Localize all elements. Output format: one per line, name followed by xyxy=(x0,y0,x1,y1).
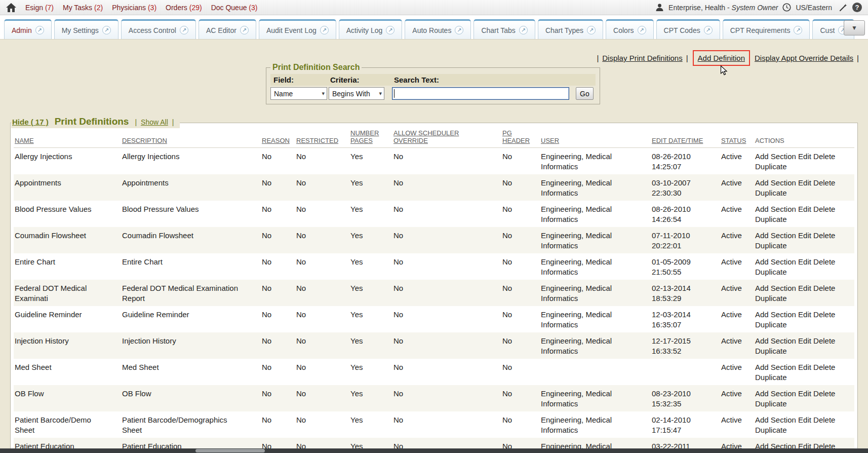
column-header-edit-date-time[interactable]: EDIT DATE/TIME xyxy=(651,123,720,147)
nav-item-doc-queue[interactable]: Doc Queue (3) xyxy=(211,4,258,12)
tab-overflow-button[interactable]: ▼ xyxy=(844,20,865,35)
tab-ac-editor[interactable]: AC Editor↗ xyxy=(199,19,256,39)
popout-icon[interactable]: ↗ xyxy=(320,26,329,34)
criteria-select[interactable]: Begins With ▾ xyxy=(329,87,384,100)
add-definition-link[interactable]: Add Definition xyxy=(698,54,745,62)
timezone-label[interactable]: US/Eastern xyxy=(796,4,832,12)
display-appt-override-link[interactable]: Display Appt Override Details xyxy=(755,54,853,62)
action-delete-link[interactable]: Delete xyxy=(813,389,835,398)
tab-activity-log[interactable]: Activity Log↗ xyxy=(339,19,403,39)
nav-item-physicians[interactable]: Physicians (3) xyxy=(112,4,156,12)
action-delete-link[interactable]: Delete xyxy=(813,205,835,213)
popout-icon[interactable]: ↗ xyxy=(35,26,44,34)
hide-link[interactable]: Hide ( 17 ) xyxy=(12,118,49,126)
popout-icon[interactable]: ↗ xyxy=(455,26,463,34)
cell-actions: Add Section Edit Delete Duplicate xyxy=(754,147,854,174)
popout-icon[interactable]: ↗ xyxy=(240,26,249,34)
action-duplicate-link[interactable]: Duplicate xyxy=(755,373,787,382)
tab-audit-event-log[interactable]: Audit Event Log↗ xyxy=(259,19,336,39)
display-print-definitions-link[interactable]: Display Print Definitions xyxy=(602,54,682,62)
action-edit-link[interactable]: Edit xyxy=(798,205,811,213)
popout-icon[interactable]: ↗ xyxy=(587,26,596,34)
action-duplicate-link[interactable]: Duplicate xyxy=(755,188,787,197)
popout-icon[interactable]: ↗ xyxy=(794,26,802,34)
tab-cpt-codes[interactable]: CPT Codes↗ xyxy=(656,19,720,39)
action-delete-link[interactable]: Delete xyxy=(813,178,835,187)
action-delete-link[interactable]: Delete xyxy=(813,152,835,161)
action-edit-link[interactable]: Edit xyxy=(798,336,811,345)
action-delete-link[interactable]: Delete xyxy=(813,336,835,345)
action-add-section-link[interactable]: Add Section xyxy=(755,152,796,161)
column-header-status[interactable]: STATUS xyxy=(720,123,754,147)
nav-item-esign[interactable]: Esign (7) xyxy=(25,4,54,12)
action-duplicate-link[interactable]: Duplicate xyxy=(755,241,787,250)
tab-my-settings[interactable]: My Settings↗ xyxy=(54,19,119,39)
action-edit-link[interactable]: Edit xyxy=(798,178,811,187)
wand-icon[interactable] xyxy=(839,3,848,12)
popout-icon[interactable]: ↗ xyxy=(704,26,713,34)
action-add-section-link[interactable]: Add Section xyxy=(755,336,796,345)
action-edit-link[interactable]: Edit xyxy=(798,257,811,266)
action-duplicate-link[interactable]: Duplicate xyxy=(755,268,787,276)
column-header-pg-header[interactable]: PG HEADER xyxy=(501,123,540,147)
tab-colors[interactable]: Colors↗ xyxy=(606,19,653,39)
action-delete-link[interactable]: Delete xyxy=(813,363,835,371)
action-duplicate-link[interactable]: Duplicate xyxy=(755,347,787,355)
action-add-section-link[interactable]: Add Section xyxy=(755,310,796,319)
action-edit-link[interactable]: Edit xyxy=(798,152,811,161)
action-edit-link[interactable]: Edit xyxy=(798,389,811,398)
action-add-section-link[interactable]: Add Section xyxy=(755,363,796,371)
action-add-section-link[interactable]: Add Section xyxy=(755,416,796,424)
action-edit-link[interactable]: Edit xyxy=(798,363,811,371)
popout-icon[interactable]: ↗ xyxy=(386,26,394,34)
action-duplicate-link[interactable]: Duplicate xyxy=(755,320,787,329)
home-icon[interactable] xyxy=(6,3,16,12)
action-delete-link[interactable]: Delete xyxy=(813,231,835,240)
clock-icon[interactable] xyxy=(782,3,791,12)
popout-icon[interactable]: ↗ xyxy=(519,26,528,34)
action-edit-link[interactable]: Edit xyxy=(798,416,811,424)
action-duplicate-link[interactable]: Duplicate xyxy=(755,162,787,171)
action-delete-link[interactable]: Delete xyxy=(813,284,835,292)
help-icon[interactable]: ? xyxy=(852,3,862,12)
action-duplicate-link[interactable]: Duplicate xyxy=(755,215,787,223)
action-delete-link[interactable]: Delete xyxy=(813,416,835,424)
action-add-section-link[interactable]: Add Section xyxy=(755,178,796,187)
field-select[interactable]: Name ▾ xyxy=(270,87,327,100)
action-duplicate-link[interactable]: Duplicate xyxy=(755,399,787,408)
tab-chart-types[interactable]: Chart Types↗ xyxy=(538,19,603,39)
action-add-section-link[interactable]: Add Section xyxy=(755,389,796,398)
tab-access-control[interactable]: Access Control↗ xyxy=(121,19,196,39)
go-button[interactable]: Go xyxy=(576,87,594,100)
popout-icon[interactable]: ↗ xyxy=(638,26,646,34)
tab-auto-routes[interactable]: Auto Routes↗ xyxy=(405,19,471,39)
tab-cpt-requirements[interactable]: CPT Requirements↗ xyxy=(723,19,810,39)
cell-number-pages: Yes xyxy=(349,227,392,253)
action-add-section-link[interactable]: Add Section xyxy=(755,205,796,213)
action-duplicate-link[interactable]: Duplicate xyxy=(755,294,787,303)
column-header-reason[interactable]: REASON xyxy=(261,123,295,147)
nav-item-my-tasks[interactable]: My Tasks (2) xyxy=(63,4,103,12)
tab-chart-tabs[interactable]: Chart Tabs↗ xyxy=(474,19,535,39)
action-add-section-link[interactable]: Add Section xyxy=(755,257,796,266)
action-add-section-link[interactable]: Add Section xyxy=(755,284,796,292)
action-edit-link[interactable]: Edit xyxy=(798,284,811,292)
tab-admin[interactable]: Admin↗ xyxy=(4,19,52,39)
action-delete-link[interactable]: Delete xyxy=(813,257,835,266)
column-header-restricted[interactable]: RESTRICTED xyxy=(295,123,349,147)
column-header-number-pages[interactable]: NUMBER PAGES xyxy=(349,123,392,147)
popout-icon[interactable]: ↗ xyxy=(180,26,188,34)
column-header-user[interactable]: USER xyxy=(540,123,651,147)
action-edit-link[interactable]: Edit xyxy=(798,231,811,240)
action-add-section-link[interactable]: Add Section xyxy=(755,231,796,240)
popout-icon[interactable]: ↗ xyxy=(102,26,111,34)
search-text-input[interactable] xyxy=(392,87,569,100)
action-edit-link[interactable]: Edit xyxy=(798,310,811,319)
scrollbar-thumb[interactable] xyxy=(195,449,265,452)
nav-item-orders[interactable]: Orders (29) xyxy=(166,4,202,12)
show-all-link[interactable]: Show All xyxy=(141,118,168,126)
action-duplicate-link[interactable]: Duplicate xyxy=(755,426,787,434)
horizontal-scrollbar[interactable] xyxy=(0,448,868,453)
column-header-allow-scheduler-override[interactable]: ALLOW SCHEDULER OVERRIDE xyxy=(392,123,501,147)
action-delete-link[interactable]: Delete xyxy=(813,310,835,319)
